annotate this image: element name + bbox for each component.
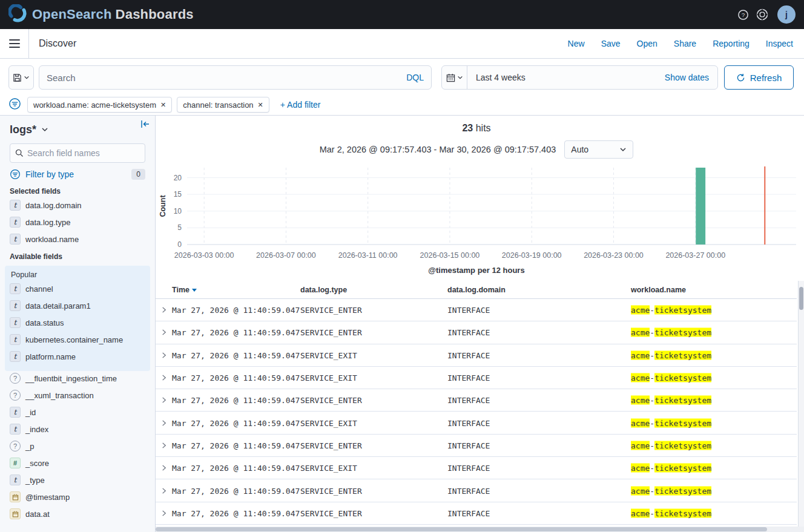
field-item-data.status[interactable]: tdata.status (10, 315, 145, 332)
svg-text:2026-03-27 00:00: 2026-03-27 00:00 (665, 251, 725, 260)
expand-row-icon[interactable] (160, 397, 167, 404)
expand-row-icon[interactable] (160, 510, 167, 516)
vertical-scrollbar-thumb[interactable] (799, 287, 803, 310)
selected-fields-header: Selected fields (10, 187, 145, 195)
field-item-platform.name[interactable]: tplatform.name (10, 349, 145, 366)
column-header-log-type[interactable]: data.log.type (300, 286, 347, 294)
field-item-_score[interactable]: #_score (10, 456, 145, 473)
table-row[interactable]: Mar 27, 2026 @ 11:40:59.047SERVICE_ENTER… (156, 435, 797, 457)
field-item-_id[interactable]: t_id (10, 405, 145, 422)
filter-menu-icon[interactable] (8, 97, 21, 113)
opensearch-logo[interactable]: OpenSearchDashboards (8, 4, 194, 25)
table-row[interactable]: Mar 27, 2026 @ 11:40:59.047SERVICE_EXITI… (156, 412, 797, 434)
string-field-icon: t (10, 475, 21, 485)
query-language-button[interactable]: DQL (400, 73, 424, 82)
global-header: OpenSearchDashboards ? j (0, 0, 804, 29)
expand-row-icon[interactable] (160, 329, 167, 336)
field-item-@timestamp[interactable]: @timestamp (10, 490, 145, 507)
nav-action-inspect[interactable]: Inspect (766, 39, 793, 48)
expand-row-icon[interactable] (160, 352, 167, 358)
nav-action-open[interactable]: Open (637, 39, 657, 48)
field-item-_p[interactable]: ?_p (10, 439, 145, 456)
field-item-data.log.domain[interactable]: tdata.log.domain (10, 198, 145, 215)
refresh-button[interactable]: Refresh (724, 65, 794, 90)
field-item-__fluentbit_ingestion_time[interactable]: ?__fluentbit_ingestion_time (10, 371, 145, 388)
table-row[interactable]: Mar 27, 2026 @ 11:40:59.047SERVICE_ENTER… (156, 479, 797, 502)
field-name: _index (25, 425, 48, 434)
cell-workload-name: acme-ticketsystem (631, 396, 711, 405)
field-item-data.detail.param1[interactable]: tdata.detail.param1 (10, 298, 145, 315)
svg-text:2026-03-23 00:00: 2026-03-23 00:00 (584, 251, 644, 260)
column-header-workload-name[interactable]: workload.name (631, 286, 686, 294)
table-row[interactable]: Mar 27, 2026 @ 11:40:59.047SERVICE_ENTER… (156, 299, 797, 321)
expand-row-icon[interactable] (160, 307, 167, 314)
field-item-_type[interactable]: t_type (10, 473, 145, 490)
nav-action-save[interactable]: Save (601, 39, 621, 48)
string-field-icon: t (10, 217, 21, 228)
chevron-down-icon (457, 74, 463, 80)
field-item-_index[interactable]: t_index (10, 422, 145, 439)
filter-pill[interactable]: channel: transaction✕ (177, 97, 269, 113)
filter-pill[interactable]: workload.name: acme-ticketsystem✕ (27, 97, 172, 113)
remove-filter-icon[interactable]: ✕ (258, 101, 263, 109)
field-item-__xuml_transaction[interactable]: ?__xuml_transaction (10, 388, 145, 405)
string-field-icon: t (10, 407, 21, 418)
time-range-value[interactable]: Last 4 weeks (467, 73, 526, 82)
cell-time: Mar 27, 2026 @ 11:40:59.047 (172, 306, 300, 315)
cell-workload-name: acme-ticketsystem (631, 306, 711, 315)
cell-log-type: SERVICE_ENTER (300, 508, 362, 517)
field-item-channel[interactable]: tchannel (10, 281, 145, 298)
support-ring-icon[interactable] (756, 8, 769, 21)
expand-row-icon[interactable] (160, 419, 167, 426)
available-fields-list: ?__fluentbit_ingestion_time?__xuml_trans… (10, 371, 145, 524)
field-search-input[interactable] (27, 148, 130, 158)
saved-query-button[interactable] (8, 65, 34, 90)
nav-action-new[interactable]: New (568, 39, 585, 48)
cell-log-domain: INTERFACE (447, 441, 490, 450)
search-input[interactable] (47, 73, 400, 83)
nav-action-reporting[interactable]: Reporting (713, 39, 750, 48)
table-row[interactable]: Mar 27, 2026 @ 11:40:59.047SERVICE_ENTER… (156, 389, 797, 412)
add-filter-button[interactable]: + Add filter (280, 100, 321, 110)
field-item-kubernetes.container_name[interactable]: tkubernetes.container_name (10, 332, 145, 349)
collapse-sidebar-icon[interactable] (140, 119, 150, 131)
help-icon[interactable]: ? (736, 8, 750, 21)
user-avatar[interactable]: j (777, 5, 796, 24)
column-header-log-domain[interactable]: data.log.domain (447, 286, 506, 294)
table-row[interactable]: Mar 27, 2026 @ 11:40:59.047SERVICE_ENTER… (156, 321, 797, 344)
cell-log-type: SERVICE_EXIT (300, 464, 357, 473)
table-row[interactable]: Mar 27, 2026 @ 11:40:59.047SERVICE_EXITI… (156, 344, 797, 367)
index-pattern-selector[interactable]: logs* (10, 122, 145, 137)
expand-row-icon[interactable] (160, 375, 167, 381)
table-row[interactable]: Mar 27, 2026 @ 11:40:59.047SERVICE_ENTER… (156, 502, 797, 525)
field-name: _score (25, 459, 49, 468)
field-item-workload.name[interactable]: tworkload.name (10, 232, 145, 249)
string-field-icon: t (10, 317, 21, 328)
show-dates-button[interactable]: Show dates (665, 73, 717, 82)
horizontal-scrollbar[interactable] (156, 527, 804, 532)
field-item-data.at[interactable]: data.at (10, 507, 145, 524)
field-name: data.status (25, 318, 64, 327)
interval-select[interactable]: Auto (564, 140, 633, 159)
expand-row-icon[interactable] (160, 465, 167, 471)
string-field-icon: t (10, 200, 21, 211)
table-row[interactable]: Mar 27, 2026 @ 11:40:59.047SERVICE_EXITI… (156, 367, 797, 389)
field-item-data.log.type[interactable]: tdata.log.type (10, 215, 145, 232)
table-row[interactable]: Mar 27, 2026 @ 11:40:59.047SERVICE_EXITI… (156, 457, 797, 479)
remove-filter-icon[interactable]: ✕ (160, 101, 166, 109)
cell-log-type: SERVICE_EXIT (300, 418, 357, 427)
cell-time: Mar 27, 2026 @ 11:40:59.047 (172, 418, 300, 427)
filter-count-badge: 0 (131, 169, 145, 180)
nav-action-share[interactable]: Share (674, 39, 696, 48)
brand-text: OpenSearchDashboards (32, 7, 194, 22)
cell-log-domain: INTERFACE (447, 328, 490, 337)
date-quick-menu-button[interactable] (442, 66, 467, 89)
column-header-time[interactable]: Time (172, 286, 197, 294)
filter-by-type-button[interactable]: Filter by type 0 (10, 168, 145, 181)
histogram-chart[interactable]: 051015202026-03-03 00:002026-03-07 00:00… (156, 164, 804, 260)
expand-row-icon[interactable] (160, 442, 167, 448)
menu-toggle-button[interactable] (0, 29, 29, 58)
horizontal-scrollbar-thumb[interactable] (156, 527, 767, 531)
expand-row-icon[interactable] (160, 487, 167, 494)
vertical-scrollbar[interactable] (798, 281, 804, 527)
